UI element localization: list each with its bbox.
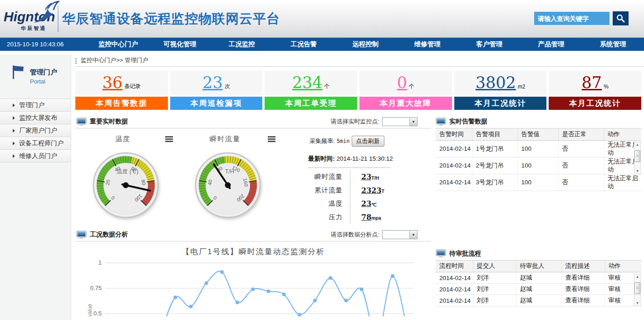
nav-item-condition-alarm[interactable]: 工况告警 xyxy=(273,38,334,51)
stat-value-link[interactable]: 234 xyxy=(292,75,323,91)
temperature-gauge: 020406080100温度 (℃) xyxy=(92,151,160,219)
refresh-button[interactable]: 点击刷新 xyxy=(352,136,384,147)
scroll-down-icon[interactable]: ▼ xyxy=(634,168,640,174)
scrollbar-thumb[interactable]: ≡ xyxy=(634,282,640,294)
data-point-marker xyxy=(313,299,317,302)
data-point-marker xyxy=(391,274,394,278)
sidebar-item-factory-user-portal[interactable]: 厂家用户门户 xyxy=(0,124,71,137)
stat-value-link[interactable]: 36 xyxy=(103,75,123,91)
table-cell: 100 xyxy=(517,174,558,191)
data-table: 告警时间告警项目告警值是否正常动作2014-02-141号龙门吊100否无法正常… xyxy=(436,128,641,191)
alarm-section-title: 实时告警数据 xyxy=(449,118,487,126)
table-scrollbar[interactable]: ▲≡▼ xyxy=(634,274,641,306)
data-point-marker xyxy=(266,290,270,293)
sidebar-item-label: 监控大屏发布 xyxy=(19,112,57,124)
realtime-section-header: 重要实时数据 请选择实时监控点: ▼ xyxy=(75,115,431,128)
nav-item-remote-control[interactable]: 远程控制 xyxy=(334,38,396,51)
table-cell: 刘洋 xyxy=(473,284,516,295)
reading-row: 累计流量2323T xyxy=(308,184,400,197)
data-point-marker xyxy=(220,270,224,274)
monitor-icon xyxy=(436,118,446,126)
reading-value-link[interactable]: 2323 xyxy=(361,186,382,195)
collect-frequency: 采集频率: 5min 点击刷新 xyxy=(310,136,384,147)
monitor-icon xyxy=(436,249,446,258)
column-header: 流程时间 xyxy=(436,261,473,272)
chart-menu-icon[interactable] xyxy=(268,136,275,143)
svg-text:0.5: 0.5 xyxy=(93,310,102,316)
column-header: 告警项目 xyxy=(472,128,517,140)
search-button[interactable] xyxy=(613,11,629,25)
stat-card-top: 36条记录 xyxy=(75,71,168,95)
nav-item-product-management[interactable]: 产品管理 xyxy=(520,38,582,51)
reading-value-link[interactable]: 23 xyxy=(361,172,371,181)
stat-unit: 个 xyxy=(409,83,414,90)
monitor-point-select[interactable]: ▼ xyxy=(382,117,418,126)
analysis-point-select-value xyxy=(383,231,409,239)
sidebar-item-equipment-engineer-portal[interactable]: 设备工程师门户 xyxy=(0,137,71,150)
reading-value-link[interactable]: 78 xyxy=(361,213,371,222)
chart-menu-icon[interactable] xyxy=(165,136,173,143)
nav-item-condition-monitoring[interactable]: 工况监控 xyxy=(211,38,273,51)
sidebar-item-maintenance-staff-portal[interactable]: 维修人员门户 xyxy=(0,150,71,162)
stat-unit: 条记录 xyxy=(124,83,141,90)
svg-text:20: 20 xyxy=(105,179,111,186)
app-header: Hignton 华辰智通 华辰智通设备远程监控物联网云平台 xyxy=(0,0,644,38)
stat-value-link[interactable]: 87 xyxy=(582,75,602,91)
stat-value-link[interactable]: 0 xyxy=(397,75,407,91)
chevron-down-icon[interactable]: ▼ xyxy=(409,231,417,239)
scrollbar-thumb[interactable]: ≡ xyxy=(634,150,640,162)
reading-unit: ℃ xyxy=(371,202,377,207)
reading-name: 瞬时流量 xyxy=(308,172,350,181)
stat-unit: % xyxy=(604,84,609,90)
table-cell: 2号龙门吊 xyxy=(472,157,517,174)
stat-card-top: 23次 xyxy=(170,71,263,95)
reading-value-link[interactable]: 23 xyxy=(361,199,371,208)
stat-value-link[interactable]: 3802 xyxy=(476,75,516,91)
scroll-down-icon[interactable]: ▼ xyxy=(634,300,640,306)
arrow-right-icon xyxy=(13,116,15,120)
table-scrollbar[interactable]: ▲≡▼ xyxy=(634,142,641,174)
stat-value-link[interactable]: 23 xyxy=(202,75,223,91)
search-input[interactable] xyxy=(534,12,610,25)
nav-item-customer-management[interactable]: 客户管理 xyxy=(458,38,520,51)
scroll-up-icon[interactable]: ▲ xyxy=(634,142,640,148)
stat-unit: 次 xyxy=(225,83,230,90)
breadcrumb-text: 监控中心门户>> 管理门户 xyxy=(81,56,148,64)
table-row: 2014-02-14刘洋赵城查看详细审核 xyxy=(436,295,641,306)
stat-card-top: 87% xyxy=(549,71,641,95)
arrow-right-icon xyxy=(13,103,15,107)
alarm-section-header: 实时告警数据 xyxy=(436,115,641,128)
chevron-down-icon[interactable]: ▼ xyxy=(409,118,417,126)
sidebar-item-admin-portal[interactable]: 管理门户 xyxy=(0,99,71,112)
table-cell: 无法正常启动 xyxy=(604,174,641,191)
analysis-point-select[interactable]: ▼ xyxy=(382,230,418,239)
line-chart-title: 【电厂1号线】瞬时流量动态监测分析 xyxy=(75,246,431,257)
stat-card-weekly-alarm: 36条记录本周告警数据 xyxy=(75,71,168,110)
arrow-right-icon xyxy=(13,142,15,145)
table-cell: 否 xyxy=(558,140,604,157)
page-title: 华辰智通设备远程监控物联网云平台 xyxy=(62,10,280,28)
svg-text:40: 40 xyxy=(207,179,213,186)
table-row: 2014-02-14刘洋赵城查看详细审核 xyxy=(436,284,641,295)
reading-value-cell: 23T/H xyxy=(350,170,400,184)
table-cell: 否 xyxy=(558,157,604,174)
data-point-marker xyxy=(189,305,192,308)
stat-card-label: 本周工单受理 xyxy=(265,97,357,110)
svg-text:1: 1 xyxy=(98,260,102,266)
nav-item-maintenance-management[interactable]: 维修管理 xyxy=(397,38,458,51)
scroll-up-icon[interactable]: ▲ xyxy=(634,274,640,280)
table-row: 2014-02-14刘洋赵城查看详细审核 xyxy=(436,272,641,284)
stat-card-monthly-condition-stat-2: 87%本月工况统计 xyxy=(549,71,641,110)
table-header-row: 告警时间告警项目告警值是否正常动作 xyxy=(436,128,641,140)
latest-time-label: 最新时间: xyxy=(308,155,335,162)
analysis-section-header: 工况数据分析 请选择数据分析点: ▼ xyxy=(75,228,431,241)
realtime-section-title: 重要实时数据 xyxy=(90,118,128,126)
line-chart-panel: 【电厂1号线】瞬时流量动态监测分析 10.750.5value xyxy=(75,241,431,316)
nav-item-visual-management[interactable]: 可视化管理 xyxy=(149,38,211,51)
nav-item-system-management[interactable]: 系统管理 xyxy=(582,38,644,51)
sidebar-item-monitor-screen-publish[interactable]: 监控大屏发布 xyxy=(0,112,71,124)
nav-item-monitoring-center-portal[interactable]: 监控中心门户 xyxy=(87,38,149,51)
arrow-right-icon xyxy=(13,129,15,133)
data-point-marker xyxy=(173,295,177,299)
breadcrumb[interactable]: 监控中心门户>> 管理门户 xyxy=(75,54,644,67)
